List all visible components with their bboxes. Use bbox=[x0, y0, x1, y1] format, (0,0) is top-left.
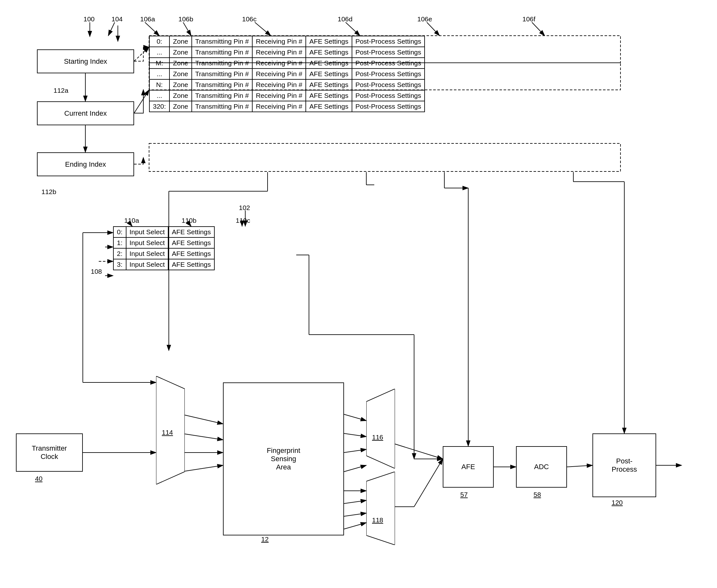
table-row: 320: Zone Transmitting Pin # Receiving P… bbox=[149, 101, 425, 112]
ref110a-label: 110a bbox=[124, 217, 139, 224]
svg-rect-9 bbox=[149, 143, 621, 171]
scan-index-n: N: bbox=[149, 79, 170, 90]
svg-line-49 bbox=[344, 465, 366, 472]
svg-line-4 bbox=[134, 47, 149, 61]
ref116-label: 116 bbox=[372, 434, 383, 441]
scan-rx-1: Receiving Pin # bbox=[252, 47, 306, 58]
afe-row: 0: Input Select AFE Settings bbox=[113, 227, 214, 237]
ref106e-label: 106e bbox=[417, 15, 432, 23]
scan-index-0: 0: bbox=[149, 36, 170, 47]
svg-line-17 bbox=[532, 22, 545, 36]
ref106a-label: 106a bbox=[140, 15, 155, 23]
ref106f-label: 106f bbox=[522, 15, 536, 23]
scan-rx-0: Receiving Pin # bbox=[252, 36, 306, 47]
ref114-label: 114 bbox=[162, 429, 173, 436]
afe-index-2: 2: bbox=[113, 248, 126, 259]
ref106c-label: 106c bbox=[242, 15, 257, 23]
starting-index-label: Starting Index bbox=[64, 57, 107, 66]
scan-rx-m: Receiving Pin # bbox=[252, 58, 306, 68]
adc-box: ADC bbox=[516, 446, 567, 488]
afe-index-1: 1: bbox=[113, 237, 126, 248]
afe-index-3: 3: bbox=[113, 259, 126, 270]
scan-rx-3: Receiving Pin # bbox=[252, 68, 306, 79]
afe-settings-1: AFE Settings bbox=[168, 237, 214, 248]
afe-input-0: Input Select bbox=[126, 227, 169, 237]
scan-index-m: M: bbox=[149, 58, 170, 68]
scan-post-m: Post-Process Settings bbox=[352, 58, 425, 68]
scan-afe-0: AFE Settings bbox=[306, 36, 352, 47]
scan-rx-n: Receiving Pin # bbox=[252, 79, 306, 90]
ref58-label: 58 bbox=[534, 491, 541, 499]
svg-line-13 bbox=[183, 22, 191, 36]
current-index-label: Current Index bbox=[64, 109, 107, 118]
ref104-label: 104 bbox=[111, 15, 123, 23]
svg-line-48 bbox=[344, 449, 366, 453]
scan-afe-1: AFE Settings bbox=[306, 47, 352, 58]
scan-afe-3: AFE Settings bbox=[306, 68, 352, 79]
ref12-label: 12 bbox=[261, 536, 268, 543]
scan-post-320: Post-Process Settings bbox=[352, 101, 425, 112]
scan-rx-320: Receiving Pin # bbox=[252, 101, 306, 112]
svg-line-14 bbox=[255, 22, 271, 36]
ref120-label: 120 bbox=[612, 499, 623, 506]
svg-line-16 bbox=[427, 22, 439, 36]
diagram: 100 104 106a 106b 106c 106d 106e 106f St… bbox=[0, 0, 717, 588]
svg-line-11 bbox=[108, 22, 115, 36]
fingerprint-label: FingerprintSensingArea bbox=[267, 446, 300, 471]
ref112a-label: 112a bbox=[53, 87, 68, 94]
scan-tx-320: Transmitting Pin # bbox=[192, 101, 252, 112]
scan-table: 0: Zone Transmitting Pin # Receiving Pin… bbox=[149, 36, 425, 112]
scan-post-5: Post-Process Settings bbox=[352, 90, 425, 101]
afe-row: 2: Input Select AFE Settings bbox=[113, 248, 214, 259]
scan-tx-1: Transmitting Pin # bbox=[192, 47, 252, 58]
ref108-label: 108 bbox=[91, 268, 102, 275]
afe-input-3: Input Select bbox=[126, 259, 169, 270]
scan-post-n: Post-Process Settings bbox=[352, 79, 425, 90]
post-process-label: Post-Process bbox=[612, 457, 637, 474]
transmitter-clock-label: TransmitterClock bbox=[32, 444, 67, 461]
mux-118-shape bbox=[366, 472, 395, 545]
scan-afe-5: AFE Settings bbox=[306, 90, 352, 101]
afe-settings-0: AFE Settings bbox=[168, 227, 214, 237]
post-process-box: Post-Process bbox=[592, 434, 656, 497]
scan-post-1: Post-Process Settings bbox=[352, 47, 425, 58]
ref110b-label: 110b bbox=[181, 217, 197, 224]
svg-marker-61 bbox=[366, 389, 395, 468]
svg-line-42 bbox=[181, 414, 223, 424]
scan-tx-5: Transmitting Pin # bbox=[192, 90, 252, 101]
scan-zone-n: Zone bbox=[170, 79, 192, 90]
svg-line-58 bbox=[567, 465, 592, 467]
ref118-label: 118 bbox=[372, 516, 383, 524]
scan-afe-n: AFE Settings bbox=[306, 79, 352, 90]
scan-zone-0: Zone bbox=[170, 36, 192, 47]
ending-index-box: Ending Index bbox=[37, 152, 134, 176]
scan-index-1: ... bbox=[149, 47, 170, 58]
scan-zone-3: Zone bbox=[170, 68, 192, 79]
afe-settings-2: AFE Settings bbox=[168, 248, 214, 259]
svg-line-47 bbox=[344, 434, 366, 437]
starting-index-box: Starting Index bbox=[37, 49, 134, 73]
table-row: 0: Zone Transmitting Pin # Receiving Pin… bbox=[149, 36, 425, 47]
svg-line-46 bbox=[344, 414, 366, 421]
scan-tx-0: Transmitting Pin # bbox=[192, 36, 252, 47]
scan-afe-320: AFE Settings bbox=[306, 101, 352, 112]
scan-zone-320: Zone bbox=[170, 101, 192, 112]
ref102-label: 102 bbox=[239, 204, 250, 212]
scan-zone-m: Zone bbox=[170, 58, 192, 68]
ref112b-label: 112b bbox=[41, 188, 57, 196]
scan-rx-5: Receiving Pin # bbox=[252, 90, 306, 101]
svg-marker-62 bbox=[366, 472, 395, 545]
table-row: ... Zone Transmitting Pin # Receiving Pi… bbox=[149, 68, 425, 79]
afe-input-1: Input Select bbox=[126, 237, 169, 248]
svg-line-56 bbox=[414, 459, 443, 507]
afe-config-table: 0: Input Select AFE Settings 1: Input Se… bbox=[113, 226, 215, 270]
afe-label: AFE bbox=[461, 463, 475, 471]
ref100-label: 100 bbox=[84, 15, 94, 23]
ref110c-label: 110c bbox=[236, 217, 251, 224]
table-row: M: Zone Transmitting Pin # Receiving Pin… bbox=[149, 58, 425, 68]
current-index-box: Current Index bbox=[37, 101, 134, 125]
ref57-label: 57 bbox=[460, 491, 468, 499]
svg-line-53 bbox=[344, 513, 366, 516]
ref106b-label: 106b bbox=[178, 15, 193, 23]
ending-index-label: Ending Index bbox=[65, 160, 106, 169]
